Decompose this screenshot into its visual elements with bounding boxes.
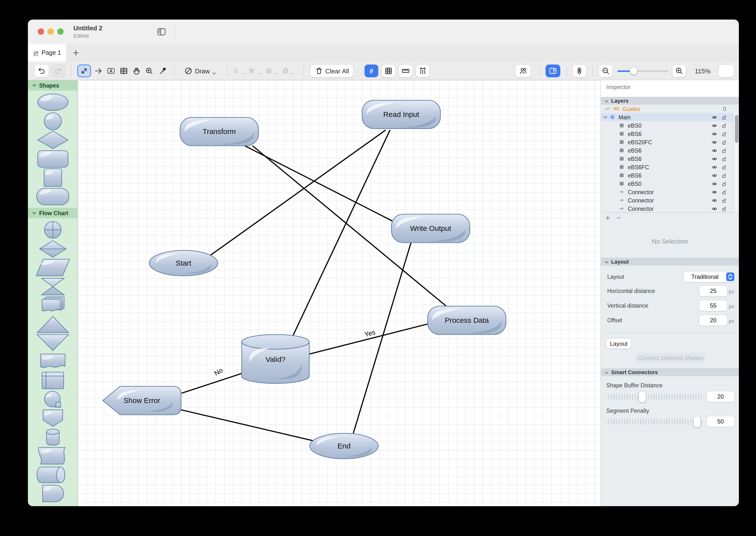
- palette-section-flow-chart[interactable]: Flow Chart: [28, 208, 77, 218]
- eye-icon[interactable]: [711, 148, 717, 153]
- eye-icon[interactable]: [711, 206, 717, 212]
- layers-menu-button[interactable]: [265, 65, 278, 77]
- shape-internal-storage[interactable]: [28, 371, 77, 390]
- table-tool-button[interactable]: [119, 65, 129, 77]
- shape-pill[interactable]: [28, 187, 77, 206]
- unlock-icon[interactable]: [721, 189, 727, 195]
- debug-ant-button[interactable]: [572, 65, 586, 77]
- shape-multi-document[interactable]: [28, 296, 77, 315]
- eye-icon[interactable]: [711, 114, 717, 120]
- inspector-toggle-button[interactable]: [546, 65, 560, 77]
- zoom-window-button[interactable]: [57, 28, 64, 34]
- node-start[interactable]: Start: [149, 251, 218, 276]
- undo-button[interactable]: [34, 65, 49, 77]
- connector-tool-button[interactable]: [93, 65, 104, 77]
- unlock-icon[interactable]: [721, 197, 727, 203]
- shape-off-page[interactable]: [28, 409, 77, 428]
- minimize-window-button[interactable]: [48, 28, 54, 34]
- eye-icon[interactable]: [711, 122, 717, 128]
- shape-h-cylinder[interactable]: [28, 465, 77, 484]
- clear-all-button[interactable]: Clear All: [310, 65, 353, 77]
- layer-row-shape-2[interactable]: eBS20FC: [601, 138, 739, 146]
- ruler-button[interactable]: [399, 65, 412, 77]
- segment-penalty-slider[interactable]: [606, 419, 704, 424]
- shape-decision[interactable]: [28, 239, 77, 258]
- layer-row-shape-3[interactable]: eBS6: [601, 146, 739, 154]
- align-menu-button[interactable]: [249, 65, 261, 77]
- layout-type-select[interactable]: Traditional: [684, 271, 736, 282]
- offset-input[interactable]: 20: [699, 315, 727, 326]
- node-read-input[interactable]: Read Input: [362, 100, 440, 129]
- eye-icon[interactable]: [711, 172, 717, 178]
- unlock-icon[interactable]: [721, 148, 727, 153]
- shape-stored-data[interactable]: [28, 390, 77, 409]
- unlock-icon[interactable]: [721, 206, 727, 212]
- layer-row-shape-7[interactable]: eBS0: [601, 180, 739, 188]
- layer-row-main[interactable]: Main: [601, 113, 739, 121]
- segment-penalty-thumb[interactable]: [693, 416, 701, 427]
- zoom-out-button[interactable]: [599, 65, 613, 77]
- draw-menu-button[interactable]: Draw: [179, 65, 221, 77]
- eye-icon[interactable]: [711, 139, 717, 145]
- zoom-in-button[interactable]: [672, 65, 686, 77]
- shape-card[interactable]: [28, 503, 77, 506]
- unlock-icon[interactable]: [721, 114, 727, 120]
- redo-button[interactable]: [51, 65, 66, 77]
- remove-layer-button[interactable]: −: [617, 214, 620, 221]
- eye-icon[interactable]: [711, 181, 717, 186]
- snap-grid-button[interactable]: #: [364, 65, 378, 77]
- chevron-down-icon[interactable]: [603, 115, 608, 119]
- layer-row-shape-0[interactable]: eBS0: [601, 121, 739, 130]
- horizontal-distance-input[interactable]: 25: [699, 285, 727, 296]
- show-grid-button[interactable]: [382, 65, 395, 77]
- eye-slash-icon[interactable]: [604, 106, 611, 112]
- shape-cylinder[interactable]: [28, 428, 77, 447]
- shape-triangle-up[interactable]: [28, 315, 77, 334]
- layer-row-shape-6[interactable]: eBS6: [601, 171, 739, 180]
- shape-ellipse[interactable]: [28, 93, 77, 112]
- toggle-sidebar-icon[interactable]: [156, 27, 166, 37]
- pan-tool-button[interactable]: [131, 65, 142, 77]
- add-layer-button[interactable]: +: [606, 214, 610, 221]
- eye-icon[interactable]: [711, 197, 717, 203]
- node-valid[interactable]: Valid?: [242, 335, 309, 384]
- vertical-distance-input[interactable]: 55: [699, 300, 727, 311]
- layer-row-shape-1[interactable]: eBS6: [601, 130, 739, 138]
- zoom-slider-thumb[interactable]: [630, 67, 637, 75]
- layer-row-connector-1[interactable]: Connector: [601, 196, 739, 204]
- node-end[interactable]: End: [310, 433, 378, 459]
- smart-connectors-section-header[interactable]: Smart Connectors: [601, 368, 739, 376]
- eyedropper-tool-button[interactable]: [157, 65, 168, 77]
- layout-button[interactable]: Layout: [606, 338, 631, 349]
- connector-valid-to-process-data[interactable]: [309, 324, 429, 354]
- layer-row-shape-4[interactable]: eBS6: [601, 154, 739, 163]
- eye-icon[interactable]: [711, 156, 717, 162]
- tab-page-1[interactable]: Page 1: [28, 44, 66, 62]
- shape-buffer-distance-input[interactable]: 20: [706, 391, 735, 402]
- shape-collate[interactable]: [28, 277, 77, 296]
- unlock-icon[interactable]: [721, 181, 727, 186]
- shape-rounded-rect[interactable]: [28, 150, 77, 168]
- unlock-icon[interactable]: [721, 122, 727, 128]
- palette-section-shapes[interactable]: Shapes: [28, 80, 77, 90]
- canvas[interactable]: Transform Read Input Write Output Proces…: [78, 80, 601, 506]
- eye-icon[interactable]: [711, 131, 717, 137]
- layer-row-shape-5[interactable]: eBS6FC: [601, 163, 739, 171]
- shape-square[interactable]: [28, 168, 77, 187]
- unlock-icon[interactable]: [721, 156, 727, 162]
- shape-delay[interactable]: [28, 484, 77, 503]
- connector-valid-to-show-error[interactable]: [182, 372, 247, 393]
- distribute-menu-button[interactable]: [232, 65, 245, 77]
- unlock-icon[interactable]: [721, 164, 727, 170]
- node-show-error[interactable]: Show Error: [103, 386, 181, 415]
- connector-show-error-to-end[interactable]: [181, 410, 319, 442]
- shape-triangle-down[interactable]: [28, 334, 77, 352]
- layout-section-header[interactable]: Layout: [601, 258, 739, 266]
- unlock-icon[interactable]: [721, 139, 727, 145]
- add-page-button[interactable]: [71, 49, 80, 57]
- duplicate-menu-button[interactable]: [282, 65, 294, 77]
- shape-parallelogram[interactable]: [28, 258, 77, 277]
- zoom-slider[interactable]: [618, 65, 669, 77]
- connector-write-output-to-end[interactable]: [353, 243, 411, 433]
- select-tool-button[interactable]: [77, 65, 91, 77]
